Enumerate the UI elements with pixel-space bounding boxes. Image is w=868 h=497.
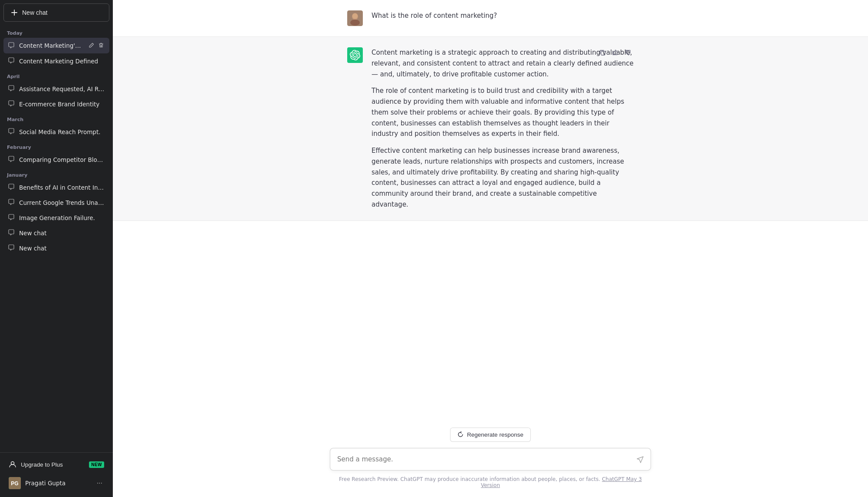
chat-item-text: Current Google Trends Unavail: [19, 199, 105, 206]
svg-rect-7: [601, 51, 605, 55]
svg-point-5: [350, 20, 360, 26]
delete-chat-button[interactable]: [97, 41, 105, 50]
person-icon: [9, 461, 16, 468]
plus-icon: [11, 9, 18, 16]
sidebar-bottom: Upgrade to Plus NEW PG Pragati Gupta ···: [0, 452, 113, 497]
new-badge: NEW: [89, 461, 104, 468]
chat-item-assistance-requested[interactable]: Assistance Requested, AI Rea: [3, 81, 109, 96]
chat-item-new-chat-2[interactable]: New chat: [3, 240, 109, 256]
chat-icon: [8, 128, 15, 136]
chat-item-social-media-reach[interactable]: Social Media Reach Prompt.: [3, 124, 109, 139]
chat-item-text: Benefits of AI in Content Indu: [19, 184, 105, 191]
chat-icon: [8, 229, 15, 237]
refresh-icon: [457, 431, 464, 438]
assistant-message-text: Content marketing is a strategic approac…: [372, 47, 634, 210]
user-avatar-msg: [347, 10, 363, 26]
upgrade-button[interactable]: Upgrade to Plus NEW: [3, 456, 109, 473]
input-row: [330, 448, 651, 472]
chat-input-area: Regenerate response Free Research Previe…: [113, 422, 868, 497]
sidebar-chat-list: TodayContent Marketing's RoContent Marke…: [0, 25, 113, 452]
svg-text:PG: PG: [11, 481, 18, 487]
assistant-paragraph: The role of content marketing is to buil…: [372, 86, 634, 139]
user-avatar-img: PG: [9, 477, 21, 489]
user-menu-button[interactable]: ···: [95, 478, 104, 488]
chat-icon: [8, 42, 15, 50]
chat-item-new-chat-1[interactable]: New chat: [3, 225, 109, 240]
chat-item-text: E-commerce Brand Identity: [19, 101, 105, 108]
chat-input[interactable]: [330, 448, 651, 471]
thumbs-up-button[interactable]: [610, 47, 621, 59]
sidebar: New chat TodayContent Marketing's RoCont…: [0, 0, 113, 497]
user-message-inner: What is the role of content marketing?: [330, 10, 651, 26]
section-label-february: February: [3, 139, 109, 152]
copy-button[interactable]: [597, 47, 608, 59]
message-action-buttons: [597, 47, 634, 59]
thumbs-down-button[interactable]: [623, 47, 634, 59]
chat-icon: [8, 198, 15, 207]
chat-item-content-marketing-defined[interactable]: Content Marketing Defined: [3, 53, 109, 69]
chat-item-google-trends[interactable]: Current Google Trends Unavail: [3, 195, 109, 210]
regenerate-row: Regenerate response: [330, 428, 651, 442]
chat-item-text: New chat: [19, 245, 105, 252]
chat-item-comparing-competitor[interactable]: Comparing Competitor Blog C: [3, 152, 109, 167]
assistant-paragraph: Content marketing is a strategic approac…: [372, 47, 634, 79]
assistant-message-inner: Content marketing is a strategic approac…: [330, 47, 651, 210]
chat-icon: [8, 214, 15, 222]
main-chat-area: What is the role of content marketing? C…: [113, 0, 868, 497]
chat-item-text: Social Media Reach Prompt.: [19, 128, 105, 135]
chat-icon: [8, 183, 15, 191]
chat-item-text: New chat: [19, 230, 105, 237]
chat-item-image-generation[interactable]: Image Generation Failure.: [3, 210, 109, 225]
send-icon: [636, 456, 644, 464]
section-label-march: March: [3, 112, 109, 124]
chat-item-text: Comparing Competitor Blog C: [19, 156, 105, 163]
chat-item-benefits-ai[interactable]: Benefits of AI in Content Indu: [3, 180, 109, 195]
section-label-january: January: [3, 167, 109, 180]
gpt-avatar: [347, 47, 363, 63]
chat-item-text: Content Marketing Defined: [19, 58, 105, 65]
edit-chat-button[interactable]: [88, 41, 95, 50]
chat-icon: [8, 155, 15, 164]
chat-item-ecommerce-brand[interactable]: E-commerce Brand Identity: [3, 96, 109, 112]
send-button[interactable]: [635, 454, 646, 467]
upgrade-label: Upgrade to Plus: [21, 461, 63, 468]
user-row[interactable]: PG Pragati Gupta ···: [3, 473, 109, 494]
section-label-today: Today: [3, 25, 109, 38]
regenerate-button[interactable]: Regenerate response: [450, 428, 531, 442]
assistant-message-block: Content marketing is a strategic approac…: [113, 36, 868, 221]
chat-bottom: Regenerate response Free Research Previe…: [312, 422, 668, 497]
disclaimer: Free Research Preview. ChatGPT may produ…: [330, 476, 651, 488]
user-message-block: What is the role of content marketing?: [113, 0, 868, 36]
user-avatar: PG: [9, 477, 21, 489]
svg-point-6: [352, 13, 358, 19]
user-message-text: What is the role of content marketing?: [372, 10, 634, 26]
chat-item-content-marketing-ro[interactable]: Content Marketing's Ro: [3, 38, 109, 53]
chat-icon: [8, 85, 15, 93]
chat-item-text: Assistance Requested, AI Rea: [19, 86, 105, 92]
chat-item-text: Content Marketing's Ro: [19, 42, 83, 49]
section-label-april: April: [3, 69, 109, 81]
chat-icon: [8, 100, 15, 108]
user-name: Pragati Gupta: [25, 480, 91, 487]
chat-scroll: What is the role of content marketing? C…: [113, 0, 868, 422]
new-chat-label: New chat: [22, 9, 47, 16]
assistant-paragraph: Effective content marketing can help bus…: [372, 145, 634, 210]
chat-icon: [8, 57, 15, 65]
new-chat-button[interactable]: New chat: [3, 3, 109, 22]
chat-icon: [8, 244, 15, 252]
chat-item-actions: [88, 41, 105, 50]
chat-item-text: Image Generation Failure.: [19, 214, 105, 221]
